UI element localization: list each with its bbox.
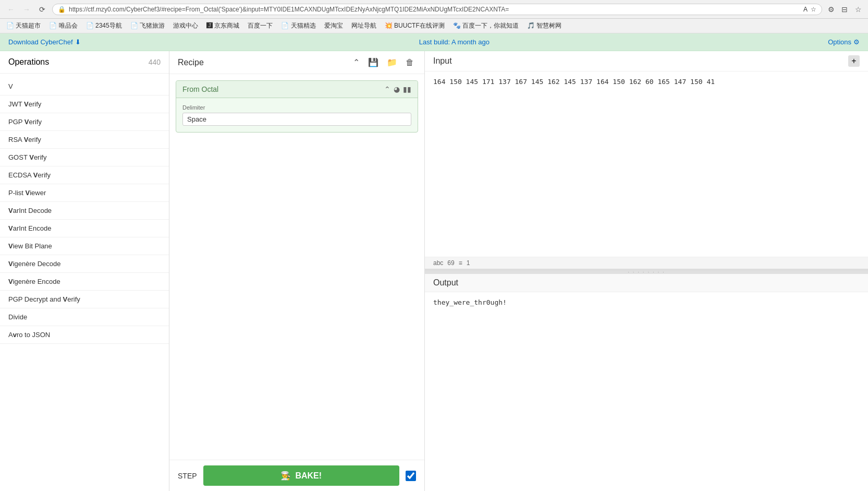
options-text: Options — [828, 38, 851, 46]
back-button[interactable]: ← — [5, 4, 17, 15]
disable-op-button[interactable]: ◕ — [394, 85, 400, 93]
bookmark-buuctf[interactable]: 💥 BUUCTF在线评测 — [383, 21, 447, 31]
browser-bar: ← → ⟳ 🔒 https://ctf.mzy0.com/CyberChef3/… — [0, 0, 868, 19]
op-item-avro-json[interactable]: Avro to JSON — [0, 326, 169, 344]
bake-button[interactable]: 👨‍🍳 BAKE! — [203, 465, 399, 486]
sidebar-count: 440 — [149, 58, 161, 66]
bookmark-2345[interactable]: 📄 2345导航 — [84, 21, 124, 31]
op-item-ecdsa-verify[interactable]: ECDSA Verify — [0, 166, 169, 184]
recipe-header: Recipe ⌃ 💾 📁 🗑 — [169, 51, 424, 74]
bookmark-tianmao2[interactable]: 📄 天猫精选 — [279, 21, 317, 31]
op-item-gost-verify[interactable]: GOST Verify — [0, 149, 169, 166]
bookmark-taobao[interactable]: 爱淘宝 — [322, 21, 345, 31]
output-section: Output they_were_thr0ugh! — [425, 274, 868, 492]
op-item-varint-encode[interactable]: VarInt Encode — [0, 220, 169, 237]
bookmark-baidu2[interactable]: 🐾 百度一下，你就知道 — [451, 21, 521, 31]
save-recipe-button[interactable]: 💾 — [366, 56, 381, 68]
bookmark-game[interactable]: 游戏中心 — [171, 21, 200, 31]
output-text: they_were_thr0ugh! — [433, 298, 507, 306]
op-item-vigenere-encode[interactable]: Vigenère Encode — [0, 273, 169, 291]
download-cyberchef-link[interactable]: Download CyberChef ⬇ — [8, 38, 81, 46]
op-item-view-bit-plane[interactable]: View Bit Plane — [0, 237, 169, 255]
op-block-title: From Octal — [182, 85, 218, 93]
input-text: 164 150 145 171 137 167 145 162 145 137 … — [433, 78, 715, 86]
from-octal-block: From Octal ⌃ ◕ ▮▮ Delimiter — [176, 80, 418, 133]
browser-icons: ⚙ ⊟ ☆ — [826, 5, 863, 14]
bookmark-wangzhi[interactable]: 网址导航 — [349, 21, 378, 31]
bookmark-vipshop[interactable]: 📄 唯品会 — [47, 21, 79, 31]
recipe-content: From Octal ⌃ ◕ ▮▮ Delimiter — [169, 74, 424, 460]
sidebar: Operations 440 V JWT Verify PGP Verify R… — [0, 51, 169, 491]
download-text: Download CyberChef — [8, 38, 73, 46]
address-bar[interactable]: 🔒 https://ctf.mzy0.com/CyberChef3/#recip… — [52, 4, 822, 15]
collapse-all-button[interactable]: ⌃ — [351, 56, 362, 68]
recipe-toolbar: ⌃ 💾 📁 🗑 — [351, 56, 416, 68]
op-block-controls: ⌃ ◕ ▮▮ — [384, 85, 411, 93]
bake-label: BAKE! — [295, 471, 322, 481]
sidebar-title: Operations — [8, 57, 49, 67]
input-status-lines: 1 — [467, 259, 470, 267]
input-status-count: 69 — [447, 259, 454, 267]
bookmarks-bar: 📄 天猫超市 📄 唯品会 📄 2345导航 📄 飞猪旅游 游戏中心 🅹 京东商城… — [0, 19, 868, 33]
operations-list: V JWT Verify PGP Verify RSA Verify GOST … — [0, 74, 169, 348]
op-item-vigenere-decode[interactable]: Vigenère Decode — [0, 255, 169, 273]
op-item-jwt-verify[interactable]: JWT Verify — [0, 95, 169, 113]
input-section: Input + 164 150 145 171 137 167 145 162 … — [425, 51, 868, 271]
input-header: Input + — [425, 51, 868, 71]
reload-button[interactable]: ⟳ — [36, 4, 48, 15]
forward-button[interactable]: → — [21, 4, 32, 15]
output-title: Output — [433, 278, 458, 287]
bookmark-zhihui[interactable]: 🎵 智慧树网 — [525, 21, 564, 31]
download-icon: ⬇ — [75, 38, 81, 46]
url-text: https://ctf.mzy0.com/CyberChef3/#recipe=… — [69, 6, 800, 13]
delimiter-input[interactable] — [182, 113, 411, 126]
delimiter-label: Delimiter — [182, 104, 411, 111]
options-icon: ⚙ — [853, 38, 860, 46]
add-input-button[interactable]: + — [848, 55, 860, 67]
op-item-rsa-verify[interactable]: RSA Verify — [0, 131, 169, 149]
bookmark-baidu[interactable]: 百度一下 — [246, 21, 275, 31]
split-icon[interactable]: ⊟ — [840, 5, 849, 14]
clear-recipe-button[interactable]: 🗑 — [404, 57, 416, 68]
op-item-varint-decode[interactable]: VarInt Decode — [0, 202, 169, 220]
io-panel: Input + 164 150 145 171 137 167 145 162 … — [425, 51, 868, 491]
load-recipe-button[interactable]: 📁 — [385, 56, 399, 68]
op-block-body: Delimiter — [176, 98, 418, 132]
favorites-icon[interactable]: ☆ — [853, 5, 863, 14]
output-content: they_were_thr0ugh! — [425, 292, 868, 492]
recipe-bottom: STEP 👨‍🍳 BAKE! — [169, 460, 424, 491]
op-item-pgp-verify[interactable]: PGP Verify — [0, 113, 169, 131]
collapse-op-button[interactable]: ⌃ — [384, 85, 390, 93]
main-layout: Operations 440 V JWT Verify PGP Verify R… — [0, 51, 868, 491]
op-item-pgp-decrypt-verify[interactable]: PGP Decrypt and Verify — [0, 291, 169, 308]
recipe-panel: Recipe ⌃ 💾 📁 🗑 From Octal ⌃ ◕ ▮▮ — [169, 51, 425, 491]
input-status: abc 69 ≡ 1 — [425, 257, 868, 269]
lock-icon: 🔒 — [58, 6, 66, 13]
output-header: Output — [425, 274, 868, 292]
recipe-title: Recipe — [178, 58, 204, 67]
translate-icon: A — [803, 6, 808, 13]
star-icon: ☆ — [811, 6, 816, 13]
input-title: Input — [433, 56, 452, 66]
pause-op-button[interactable]: ▮▮ — [403, 85, 411, 93]
bookmark-feizhu[interactable]: 📄 飞猪旅游 — [128, 21, 167, 31]
input-content[interactable]: 164 150 145 171 137 167 145 162 145 137 … — [425, 71, 868, 257]
bookmark-tianmao[interactable]: 📄 天猫超市 — [4, 21, 43, 31]
input-status-abc: abc — [433, 259, 443, 267]
options-link[interactable]: Options ⚙ — [828, 38, 860, 46]
last-build-text: Last build: A month ago — [419, 38, 490, 46]
input-status-lines-icon: ≡ — [459, 259, 462, 267]
auto-bake-checkbox[interactable] — [406, 471, 416, 481]
op-item-divide[interactable]: Divide — [0, 308, 169, 326]
op-item-v[interactable]: V — [0, 78, 169, 95]
step-label: STEP — [178, 472, 197, 480]
top-banner: Download CyberChef ⬇ Last build: A month… — [0, 33, 868, 51]
chef-icon: 👨‍🍳 — [280, 471, 291, 481]
extensions-icon[interactable]: ⚙ — [826, 5, 836, 14]
bookmark-jd[interactable]: 🅹 京东商城 — [204, 21, 241, 31]
op-item-plist-viewer[interactable]: P-list Viewer — [0, 184, 169, 202]
op-block-header: From Octal ⌃ ◕ ▮▮ — [176, 81, 418, 98]
sidebar-header: Operations 440 — [0, 51, 169, 74]
